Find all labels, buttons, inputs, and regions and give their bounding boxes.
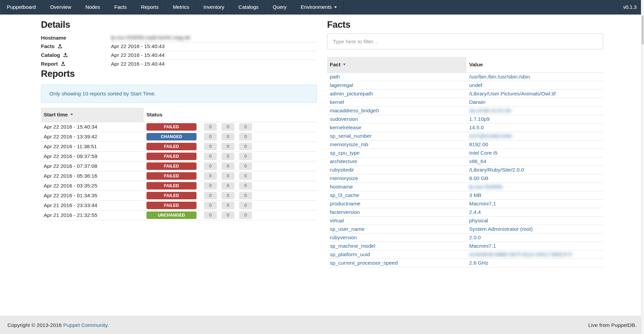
upload-icon[interactable] [61, 61, 65, 67]
report-status-badge[interactable]: UNCHANGED [146, 211, 197, 219]
fact-name-cell: sp_user_name [327, 225, 466, 233]
fact-value-link[interactable]: 3a:c9:86:22:01:00 [469, 108, 511, 113]
nav-item-puppetboard[interactable]: Puppetboard [0, 0, 43, 15]
fact-name-link[interactable]: sp_machine_model [330, 243, 375, 249]
fact-name-link[interactable]: sp_user_name [330, 226, 365, 232]
fact-name-link[interactable]: rubyversion [330, 235, 357, 240]
facts-filter-input[interactable] [327, 34, 603, 49]
fact-value-link[interactable]: 2.6 GHz [469, 260, 488, 266]
fact-name-link[interactable]: rubysitedir [330, 167, 354, 173]
report-status-badge[interactable]: FAILED [146, 172, 197, 180]
report-row: Apr 22 2016 - 05:36:16FAILED000 [41, 171, 317, 181]
report-status-badge[interactable]: CHANGED [146, 133, 197, 140]
scrollbar-thumb[interactable] [642, 16, 644, 45]
fact-value-link[interactable]: System Administrator (root) [469, 226, 533, 232]
footer-copyright: Copyright © 2013-2016 Puppet Community. [7, 322, 109, 328]
fact-name-link[interactable]: architecture [330, 158, 357, 164]
puppet-community-link[interactable]: Puppet Community [63, 322, 108, 328]
report-status-badge[interactable]: FAILED [146, 182, 197, 190]
fact-name-cell: path [327, 73, 466, 81]
report-status-badge[interactable]: FAILED [146, 162, 197, 170]
nav-item-reports[interactable]: Reports [134, 0, 166, 15]
fact-name-link[interactable]: memorysize [330, 175, 358, 181]
upload-icon[interactable] [58, 44, 62, 50]
fact-name-link[interactable]: sudoversion [330, 116, 358, 122]
fact-name-link[interactable]: sp_cpu_type [330, 150, 360, 156]
fact-value-link[interactable]: 3 MB [469, 192, 481, 198]
fact-value-link[interactable]: Macmini7,1 [469, 201, 496, 206]
nav-item-nodes[interactable]: Nodes [78, 0, 107, 15]
facts-sort-header-fact[interactable]: Fact [327, 57, 466, 73]
fact-value-link[interactable]: 2.4.4 [469, 209, 481, 215]
report-count-cell: 0 [201, 210, 219, 220]
reports-sort-header-start-time[interactable]: Start time [41, 108, 144, 122]
fact-value-link[interactable]: C07QN1A6G1HW [469, 133, 512, 139]
report-start-time: Apr 22 2016 - 07:37:08 [41, 161, 144, 171]
fact-value-link[interactable]: /Library/Ruby/Site/2.0.0 [469, 167, 524, 173]
fact-name-link[interactable]: kernelrelease [330, 125, 361, 130]
fact-name-link[interactable]: sp_l3_cache [330, 192, 359, 198]
fact-name-link[interactable]: kernel [330, 99, 344, 105]
fact-name-link[interactable]: memorysize_mb [330, 141, 368, 147]
fact-value-link[interactable]: lp-osx-003056 [469, 184, 502, 190]
report-status-badge[interactable]: FAILED [146, 192, 197, 199]
nav-item-query[interactable]: Query [266, 0, 294, 15]
fact-value-link[interactable]: 14.5.0 [469, 125, 484, 130]
fact-name-link[interactable]: sp_serial_number [330, 133, 371, 139]
report-status-badge[interactable]: FAILED [146, 153, 197, 160]
fact-name-link[interactable]: hostname [330, 184, 353, 190]
report-count-badge: 0 [239, 172, 252, 180]
fact-name-link[interactable]: virtual [330, 218, 344, 223]
fact-name-link[interactable]: productname [330, 201, 360, 206]
nav-item-metrics[interactable]: Metrics [166, 0, 196, 15]
fact-value-cell: 41A00E40-68B6-5970-8114-0A517369C072 [466, 250, 603, 259]
details-title: Details [41, 19, 317, 30]
report-count-badge: 0 [204, 162, 217, 170]
report-count-cell: 0 [201, 191, 219, 201]
fact-value-link[interactable]: 8192.00 [469, 141, 488, 147]
fact-value-link[interactable]: physical [469, 218, 488, 223]
fact-value-link[interactable]: /Library/User Pictures/Animals/Owl.tif [469, 91, 556, 96]
fact-row: sp_platform_uuid41A00E40-68B6-5970-8114-… [327, 250, 603, 259]
fact-name-link[interactable]: admin_picturepath [330, 91, 373, 96]
fact-name-link[interactable]: macaddress_bridge0 [330, 108, 379, 113]
fact-value-link[interactable]: 2.0.0 [469, 235, 481, 240]
scrollbar[interactable] [641, 0, 644, 334]
fact-row: kernelrelease14.5.0 [327, 124, 603, 132]
report-count-cell: 0 [219, 181, 236, 191]
nav-item-inventory[interactable]: Inventory [196, 0, 231, 15]
fact-name-link[interactable]: path [330, 74, 340, 80]
fact-name-link[interactable]: lagerregal [330, 82, 353, 88]
reports-header-status[interactable]: Status [144, 108, 201, 122]
report-count-cell: 0 [236, 210, 317, 220]
fact-name-cell: rubysitedir [327, 166, 466, 174]
nav-item-overview[interactable]: Overview [43, 0, 78, 15]
report-start-time: Apr 21 2016 - 23:33:44 [41, 201, 144, 210]
fact-value-link[interactable]: 41A00E40-68B6-5970-8114-0A517369C072 [469, 251, 572, 257]
fact-value-link[interactable]: Intel Core i5 [469, 150, 498, 156]
nav-item-catalogs[interactable]: Catalogs [231, 0, 266, 15]
report-count-cell: 0 [201, 201, 219, 210]
report-status-badge[interactable]: FAILED [146, 202, 197, 209]
fact-value-link[interactable]: Macmini7,1 [469, 243, 496, 249]
fact-name-link[interactable]: facterversion [330, 209, 360, 215]
nav-item-facts[interactable]: Facts [107, 0, 134, 15]
upload-icon[interactable] [63, 52, 68, 59]
fact-value-link[interactable]: Darwin [469, 99, 485, 105]
fact-value-link[interactable]: x86_64 [469, 158, 486, 164]
fact-name-link[interactable]: sp_platform_uuid [330, 251, 370, 257]
facts-header-value[interactable]: Value [466, 57, 603, 73]
navbar: PuppetboardOverviewNodesFactsReportsMetr… [0, 0, 644, 15]
fact-value-link[interactable]: /usr/bin:/bin:/usr/sbin:/sbin [469, 74, 530, 80]
report-status-badge[interactable]: FAILED [146, 143, 197, 150]
report-count-cell: 0 [219, 152, 236, 161]
fact-name-cell: kernelrelease [327, 124, 466, 132]
nav-item-environments[interactable]: Environments [294, 0, 344, 15]
fact-value-link[interactable]: 8.00 GB [469, 175, 488, 181]
fact-name-link[interactable]: sp_current_processor_speed [330, 260, 398, 266]
fact-value-link[interactable]: 1.7.10p9 [469, 116, 489, 122]
report-count-cell: 0 [236, 142, 317, 152]
report-status-badge[interactable]: FAILED [146, 123, 197, 131]
fact-row: sp_user_nameSystem Administrator (root) [327, 225, 603, 233]
fact-value-link[interactable]: undef [469, 82, 482, 88]
